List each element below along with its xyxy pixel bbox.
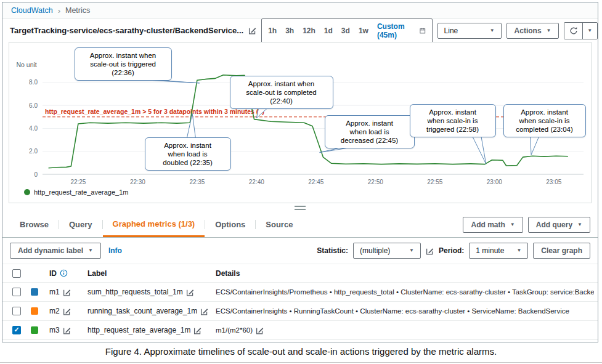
chevron-down-icon: ▼ <box>510 222 515 227</box>
tab-graphed-metrics-label: Graphed metrics (1/3) <box>113 219 195 229</box>
time-range-custom[interactable]: Custom (45m) <box>377 22 411 39</box>
time-range-12h[interactable]: 12h <box>303 26 315 35</box>
chart-callout: Approx. instantwhen load isdecreased (22… <box>325 115 415 148</box>
chevron-down-icon: ▼ <box>490 28 495 33</box>
chart-callout: Approx. instantwhen load isdoubled (22:3… <box>145 137 231 171</box>
edit-id-icon[interactable] <box>63 326 71 334</box>
metric-details[interactable]: m1/(m2*60) <box>216 326 253 334</box>
time-range-3d[interactable]: 3d <box>341 26 350 35</box>
refresh-icon <box>569 26 578 35</box>
select-all-checkbox[interactable] <box>12 269 21 278</box>
statistic-label: Statistic: <box>317 246 348 255</box>
graph-toolbar: TargetTracking-service/ecs-sarathy-clust… <box>2 19 598 42</box>
refresh-button-group: ▼ <box>564 22 597 39</box>
svg-text:22:25: 22:25 <box>70 179 86 185</box>
tab-source-label: Source <box>266 220 293 229</box>
chevron-down-icon: ▼ <box>587 28 592 33</box>
tab-browse-label: Browse <box>20 220 49 229</box>
time-range-3h[interactable]: 3h <box>285 26 294 35</box>
metric-label: http_request_rate_average_1m <box>87 326 190 334</box>
svg-text:23:00: 23:00 <box>486 179 502 185</box>
svg-text:4.0: 4.0 <box>29 125 38 132</box>
row-checkbox[interactable] <box>12 307 21 315</box>
add-query-button[interactable]: Add query ▼ <box>528 217 590 233</box>
table-row-m3: m3 http_request_rate_average_1m m1/(m2*6… <box>2 321 598 340</box>
metric-details[interactable]: ECS/ContainerInsights • RunningTaskCount… <box>216 307 569 315</box>
series-color-swatch <box>31 288 38 296</box>
chevron-down-icon: ▼ <box>516 248 521 253</box>
edit-statistic-icon[interactable] <box>426 247 434 255</box>
legend-dot-icon <box>24 189 30 195</box>
actions-button[interactable]: Actions ▼ <box>506 23 559 39</box>
chart-callout: Approx. instantwhen scale-in iscompleted… <box>503 104 586 137</box>
calendar-icon[interactable] <box>420 26 426 35</box>
metric-id: m1 <box>49 288 60 296</box>
svg-text:22:40: 22:40 <box>248 179 264 185</box>
series-color-swatch <box>31 307 38 315</box>
metric-details[interactable]: ECS/ContainerInsights/Prometheus • http_… <box>216 288 594 296</box>
add-dynamic-label-button[interactable]: Add dynamic label ▼ <box>10 243 101 259</box>
tab-query-label: Query <box>69 220 92 229</box>
details-column-header: Details <box>216 269 594 278</box>
add-math-button[interactable]: Add math ▼ <box>463 217 523 233</box>
svg-text:22:50: 22:50 <box>367 179 383 185</box>
resize-handle-icon[interactable] <box>295 206 306 210</box>
metrics-tabs: Browse Query Graphed metrics (1/3) Optio… <box>2 212 598 238</box>
edit-expression-icon[interactable] <box>256 326 264 334</box>
table-header-row: ID Label Details <box>2 264 598 283</box>
chart-panel: 02.04.06.08.022:2522:3022:3522:4022:4522… <box>9 42 592 203</box>
chevron-down-icon: ▼ <box>88 248 93 253</box>
page-divider <box>0 362 602 363</box>
graphed-metrics-controls: Add dynamic label ▼ Info Statistic: (mul… <box>2 238 598 264</box>
time-range-1h[interactable]: 1h <box>268 26 277 35</box>
id-header-label: ID <box>49 269 57 278</box>
info-link[interactable]: Info <box>108 246 122 255</box>
graphed-metrics-table: ID Label Details m1 sum_http_requests_to… <box>2 264 598 342</box>
graph-title: TargetTracking-service/ecs-sarathy-clust… <box>10 26 243 35</box>
metric-label: running_task_count_average_1m <box>87 307 197 315</box>
tab-source[interactable]: Source <box>256 212 303 237</box>
row-checkbox[interactable] <box>12 288 21 296</box>
y-axis-title: No unit <box>17 61 37 68</box>
svg-text:22:30: 22:30 <box>129 179 145 185</box>
tab-graphed-metrics[interactable]: Graphed metrics (1/3) <box>103 212 205 237</box>
line-type-value: Line <box>444 26 458 35</box>
period-select[interactable]: 1 minute ▼ <box>469 243 528 259</box>
svg-text:22:45: 22:45 <box>308 179 323 185</box>
metric-label: sum_http_requests_total_1m <box>87 288 183 296</box>
chevron-down-icon: ▼ <box>547 28 551 33</box>
svg-text:8.0: 8.0 <box>29 79 38 86</box>
line-type-select[interactable]: Line ▼ <box>437 23 502 39</box>
chart-plot-area: 02.04.06.08.022:2522:3022:3522:4022:4522… <box>10 45 590 188</box>
svg-text:6.0: 6.0 <box>29 102 38 109</box>
edit-label-icon[interactable] <box>186 288 194 296</box>
tab-options-label: Options <box>215 220 245 229</box>
info-icon[interactable] <box>60 269 68 277</box>
tab-query[interactable]: Query <box>59 212 102 237</box>
edit-title-icon[interactable] <box>248 26 256 34</box>
tab-options[interactable]: Options <box>205 212 255 237</box>
refresh-button[interactable] <box>564 23 582 39</box>
chart-callout: Approx. instantwhen scale-in istriggered… <box>410 104 496 137</box>
series-color-swatch <box>31 326 38 334</box>
actions-label: Actions <box>515 26 542 35</box>
svg-text:2.0: 2.0 <box>29 148 38 155</box>
time-range-1w[interactable]: 1w <box>359 26 368 35</box>
breadcrumb-cloudwatch[interactable]: CloudWatch <box>11 6 53 15</box>
breadcrumb-metrics[interactable]: Metrics <box>65 6 90 15</box>
statistic-select[interactable]: (multiple) ▼ <box>353 243 421 259</box>
row-checkbox[interactable] <box>12 326 21 334</box>
refresh-options-button[interactable]: ▼ <box>582 23 596 39</box>
table-row-m1: m1 sum_http_requests_total_1m ECS/Contai… <box>2 283 598 302</box>
legend-label[interactable]: http_request_rate_average_1m <box>34 188 129 196</box>
clear-graph-button[interactable]: Clear graph <box>533 243 590 259</box>
chart-legend: http_request_rate_average_1m <box>9 188 591 196</box>
edit-id-icon[interactable] <box>63 288 71 296</box>
breadcrumb-separator-icon: › <box>58 6 60 15</box>
edit-id-icon[interactable] <box>63 307 71 315</box>
edit-label-icon[interactable] <box>200 307 208 315</box>
edit-label-icon[interactable] <box>193 326 201 334</box>
add-math-label: Add math <box>471 220 505 229</box>
tab-browse[interactable]: Browse <box>10 212 59 237</box>
time-range-1d[interactable]: 1d <box>324 26 333 35</box>
